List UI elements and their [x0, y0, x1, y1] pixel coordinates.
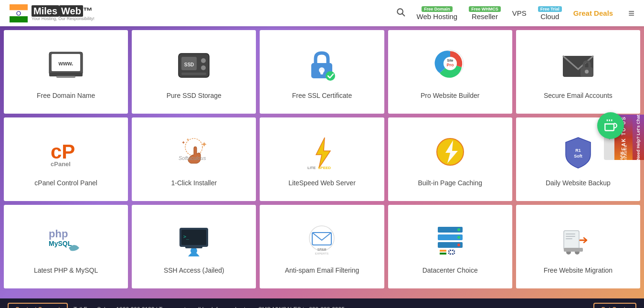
ssl-icon	[303, 46, 341, 85]
pro-builder-label: Pro Website Builder	[421, 91, 479, 100]
caching-icon	[431, 134, 469, 172]
search-icon[interactable]	[396, 7, 405, 19]
nav-item-vps[interactable]: VPS	[512, 9, 527, 17]
feature-card-datacenter[interactable]: Datacenter Choice	[388, 205, 512, 288]
logo-text: MilesWeb™ Your Hosting, Our Responsibili…	[32, 6, 95, 21]
svg-text:✦: ✦	[201, 140, 207, 149]
reseller-badge: Free WHMCS	[469, 6, 501, 12]
brand-name-span: Miles	[32, 5, 59, 17]
feature-card-migration[interactable]: Free Website Migration	[516, 205, 640, 288]
svg-text:R1: R1	[575, 148, 581, 153]
need-help-text: Need Help? Let's Chat	[636, 115, 641, 160]
svg-text:Pro: Pro	[446, 63, 454, 67]
nav-item-reseller[interactable]: Free WHMCS Reseller	[469, 6, 501, 21]
svg-text:cP: cP	[51, 140, 75, 163]
web-hosting-badge: Free Domain	[422, 6, 453, 12]
feature-card-caching[interactable]: Built-in Page Caching	[388, 117, 512, 201]
brand-box: Web	[59, 5, 83, 17]
svg-rect-60	[440, 252, 446, 253]
brand-name: MilesWeb™	[32, 6, 95, 16]
svg-point-57	[457, 236, 460, 239]
free-domain-label: Free Domain Name	[37, 91, 95, 100]
svg-text:cPanel: cPanel	[51, 160, 71, 168]
backup-icon: R1 Soft	[559, 134, 597, 172]
logo[interactable]: MilesWeb™ Your Hosting, Our Responsibili…	[10, 4, 95, 22]
ssh-label: SSH Access (Jailed)	[164, 266, 224, 275]
ssh-icon: >_	[175, 221, 213, 259]
reseller-label: Reseller	[472, 12, 498, 21]
footer-info-text: Toll Free Sales : 1800 266 3133 | To req…	[74, 306, 588, 308]
svg-point-27	[585, 70, 589, 74]
feature-card-secure-email[interactable]: Secure Email Accounts	[516, 30, 640, 114]
need-help-bar[interactable]: Need Help? Let's Chat	[633, 115, 644, 160]
nav-item-web-hosting[interactable]: Free Domain Web Hosting	[417, 6, 458, 21]
svg-text:Soft: Soft	[574, 154, 582, 159]
nav-item-great-deals[interactable]: Great Deals	[573, 9, 613, 17]
svg-text:EXPERTS: EXPERTS	[316, 252, 329, 255]
svg-point-49	[309, 226, 334, 251]
get-quote-button[interactable]: Get Quote	[593, 303, 636, 308]
litespeed-icon: LITE SPEED	[303, 134, 341, 172]
svg-line-5	[402, 14, 404, 16]
feature-card-litespeed[interactable]: LITE SPEED LiteSpeed Web Server	[260, 117, 384, 201]
svg-marker-35	[316, 138, 330, 168]
backup-label: Daily Website Backup	[546, 179, 611, 187]
india-flag-icon	[10, 4, 28, 22]
footer-bar: Contact Support Toll Free Sales : 1800 2…	[0, 298, 644, 308]
secure-email-label: Secure Email Accounts	[544, 91, 612, 100]
datacenter-icon	[431, 221, 469, 259]
svg-point-58	[457, 244, 460, 246]
free-ssl-label: Free SSL Certificate	[292, 91, 352, 100]
feature-card-one-click[interactable]: ✦ ✦ ✦ Softaculous 1-Click Installer	[132, 117, 256, 201]
litespeed-label: LiteSpeed Web Server	[288, 179, 356, 187]
antispam-label: Anti-spam Email Filtering	[285, 266, 359, 275]
ssd-icon: SSD	[175, 46, 213, 85]
email-icon	[559, 46, 597, 85]
antispam-icon: SPAM EXPERTS	[303, 221, 341, 259]
domain-icon: www.	[47, 46, 85, 85]
svg-text:MySQL: MySQL	[49, 240, 72, 247]
feature-card-cpanel[interactable]: cP cPanel cPanel Control Panel	[4, 117, 128, 201]
feature-card-ssh[interactable]: >_ SSH Access (Jailed)	[132, 205, 256, 288]
svg-text:php: php	[49, 228, 68, 240]
pure-ssd-label: Pure SSD Storage	[167, 91, 222, 100]
chat-circle-button[interactable]	[597, 112, 624, 139]
contact-support-button[interactable]: Contact Support	[8, 303, 68, 308]
caching-label: Built-in Page Caching	[418, 179, 482, 187]
cpanel-label: cPanel Control Panel	[34, 179, 97, 187]
feature-grid: www. Free Domain Name SSD Pure SSD Stora…	[4, 30, 640, 288]
svg-text:www.: www.	[58, 60, 74, 67]
svg-rect-73	[564, 248, 583, 252]
feature-card-pure-ssd[interactable]: SSD Pure SSD Storage	[132, 30, 256, 114]
migration-label: Free Website Migration	[544, 266, 612, 275]
navbar: MilesWeb™ Your Hosting, Our Responsibili…	[0, 0, 644, 26]
svg-rect-70	[566, 238, 572, 239]
svg-point-15	[201, 65, 206, 70]
nav-item-cloud[interactable]: Free Trial Cloud	[538, 6, 562, 21]
one-click-label: 1-Click Installer	[171, 179, 217, 187]
svg-rect-48	[185, 246, 202, 248]
cpanel-icon: cP cPanel	[47, 134, 85, 172]
chat-megaphone-icon	[604, 119, 617, 132]
feature-card-php-mysql[interactable]: php MySQL Latest PHP & MySQL	[4, 205, 128, 288]
svg-point-14	[201, 58, 206, 63]
feature-card-antispam[interactable]: SPAM EXPERTS Anti-spam Email Filtering	[260, 205, 384, 288]
svg-text:LITE: LITE	[307, 166, 316, 170]
web-hosting-label: Web Hosting	[417, 12, 458, 21]
feature-card-free-ssl[interactable]: Free SSL Certificate	[260, 30, 384, 114]
feature-card-pro-builder[interactable]: Site Pro Pro Website Builder	[388, 30, 512, 114]
svg-text:✦: ✦	[186, 138, 190, 142]
svg-rect-68	[566, 234, 575, 234]
php-mysql-label: Latest PHP & MySQL	[34, 266, 98, 275]
svg-text:✦: ✦	[181, 140, 185, 145]
svg-point-20	[326, 71, 335, 81]
svg-point-56	[457, 228, 460, 231]
datacenter-label: Datacenter Choice	[422, 266, 478, 275]
svg-text:>_: >_	[183, 234, 190, 240]
logo-tagline: Your Hosting, Our Responsibility!	[32, 16, 95, 21]
hamburger-menu[interactable]: ≡	[628, 7, 634, 20]
svg-rect-61	[440, 253, 446, 255]
builder-icon: Site Pro	[431, 46, 469, 85]
svg-rect-8	[49, 73, 83, 76]
feature-card-free-domain[interactable]: www. Free Domain Name	[4, 30, 128, 114]
